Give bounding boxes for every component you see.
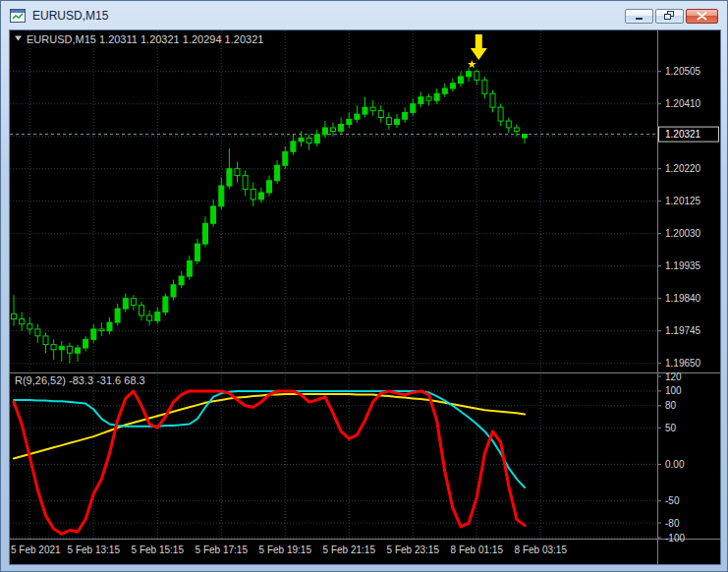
- time-axis-label: 5 Feb 17:15: [196, 544, 249, 555]
- fast-period-9-line: [14, 391, 525, 534]
- time-axis-label: 5 Feb 23:15: [387, 544, 440, 555]
- chart-window-icon: [10, 8, 26, 24]
- minimize-icon: [635, 12, 644, 21]
- time-axis-label: 5 Feb 2021: [11, 544, 61, 555]
- restore-icon: [664, 11, 675, 21]
- candle-body: [307, 138, 311, 143]
- candle-body: [179, 276, 184, 285]
- chart-marker-icon: [15, 36, 22, 41]
- candle-body: [51, 345, 56, 350]
- candle-body: [275, 165, 280, 181]
- candle-body: [20, 319, 25, 324]
- window-controls: [625, 9, 718, 24]
- oscillator-axis-label: 0.00: [665, 459, 685, 470]
- candle-body: [506, 121, 511, 128]
- candle-body: [378, 111, 383, 118]
- candle-body: [147, 315, 152, 320]
- candle-body: [76, 348, 81, 353]
- candle-body: [43, 336, 48, 345]
- candle-body: [363, 107, 367, 114]
- candle-body: [107, 322, 112, 331]
- price-axis-label: 1.19745: [665, 325, 701, 336]
- candle-body: [258, 193, 263, 200]
- minimize-button[interactable]: [625, 9, 653, 24]
- time-axis-label: 8 Feb 03:15: [515, 544, 568, 555]
- candle-body: [442, 88, 447, 93]
- price-axis-label: 1.20030: [665, 228, 701, 239]
- candle-body: [28, 324, 32, 329]
- oscillator-axis-label: 100: [665, 385, 682, 396]
- chart-window: EURUSD,M15 ★EURUSD,M15 1.20311 1.20321: [0, 0, 728, 572]
- candle-body: [140, 306, 144, 315]
- close-button[interactable]: [686, 9, 718, 24]
- candle-body: [131, 299, 136, 306]
- candle-body: [99, 329, 104, 331]
- price-axis-label: 1.19650: [665, 358, 701, 369]
- candle-body: [434, 93, 439, 100]
- chart-area[interactable]: ★EURUSD,M15 1.20311 1.20321 1.20294 1.20…: [9, 29, 721, 565]
- candle-body: [67, 346, 72, 353]
- candle-body: [227, 169, 232, 186]
- candle-body: [322, 128, 327, 135]
- oscillator-axis-label: -100: [665, 533, 685, 543]
- oscillator-axis-label: 120: [665, 372, 682, 382]
- candle-body: [84, 339, 88, 348]
- time-axis-label: 8 Feb 01:15: [451, 544, 504, 555]
- time-axis-label: 5 Feb 13:15: [68, 544, 121, 555]
- candle-body: [459, 77, 464, 84]
- oscillator-axis-label: 50: [665, 423, 677, 433]
- price-chart-svg[interactable]: ★EURUSD,M15 1.20311 1.20321 1.20294 1.20…: [10, 30, 720, 564]
- price-axis-label: 1.20410: [665, 98, 701, 109]
- price-axis-label: 1.20505: [665, 66, 701, 77]
- candle-body: [339, 125, 344, 132]
- candle-body: [475, 72, 479, 81]
- time-axis-label: 5 Feb 21:15: [323, 544, 376, 555]
- candle-body: [370, 107, 375, 111]
- ohlc-label: EURUSD,M15 1.20311 1.20321 1.20294 1.203…: [27, 33, 263, 45]
- candle-body: [219, 186, 224, 206]
- candle-body: [299, 138, 304, 142]
- candle-body: [450, 84, 455, 88]
- candle-body: [490, 93, 495, 107]
- candle-body: [59, 346, 64, 350]
- candle-body: [12, 314, 17, 318]
- candle-body: [482, 80, 487, 93]
- title-bar[interactable]: EURUSD,M15: [2, 2, 726, 29]
- oscillator-axis-label: 80: [665, 400, 677, 411]
- oscillator-label: R(9,26,52) -83.3 -31.6 68.3: [15, 374, 145, 386]
- candle-body: [331, 128, 336, 132]
- candle-body: [314, 135, 319, 143]
- oscillator-axis-label: -80: [665, 518, 680, 529]
- oscillator-axis-label: -50: [665, 495, 680, 506]
- candle-body: [467, 72, 472, 77]
- price-axis-label: 1.19840: [665, 293, 701, 304]
- candle-body: [171, 285, 176, 297]
- price-axis-label: 1.20220: [665, 163, 701, 174]
- candle-body: [187, 261, 192, 277]
- candle-body: [426, 97, 431, 101]
- star-icon: ★: [467, 58, 476, 70]
- price-axis-label: 1.19935: [665, 260, 701, 271]
- candle-body: [195, 244, 199, 260]
- price-axis-label: 1.20125: [665, 196, 701, 206]
- sell-signal-arrow-icon: [471, 34, 487, 60]
- candle-body: [347, 119, 352, 124]
- candle-body: [355, 114, 360, 119]
- candle-body: [523, 135, 528, 139]
- candle-body: [395, 119, 400, 124]
- candle-body: [163, 297, 168, 313]
- restore-button[interactable]: [655, 9, 684, 24]
- candle-body: [419, 97, 423, 104]
- current-price-label: 1.20321: [665, 129, 701, 140]
- candle-body: [251, 190, 255, 200]
- candle-body: [91, 329, 96, 339]
- candle-body: [403, 112, 408, 119]
- close-icon: [697, 12, 707, 21]
- candle-body: [386, 118, 391, 125]
- candle-body: [243, 176, 248, 190]
- candle-body: [35, 329, 40, 336]
- candle-body: [498, 107, 503, 121]
- candle-body: [123, 299, 128, 309]
- candle-body: [411, 104, 416, 113]
- candle-body: [203, 223, 208, 244]
